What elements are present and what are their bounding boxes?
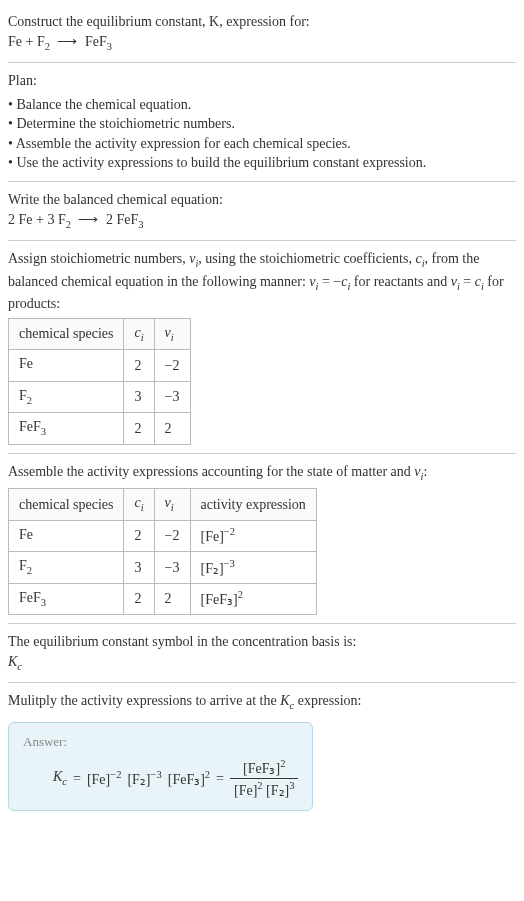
col-ci: ci	[124, 318, 154, 349]
symbol-section: The equilibrium constant symbol in the c…	[8, 624, 516, 683]
activity-table: chemical species ci νi activity expressi…	[8, 488, 317, 615]
plan-title: Plan:	[8, 71, 516, 91]
table-row: FeF3 2 2	[9, 413, 191, 444]
fraction: [FeF₃]2 [Fe]2 [F₂]3	[230, 757, 298, 801]
plan-item: Balance the chemical equation.	[8, 95, 516, 115]
stoich-text: Assign stoichiometric numbers, νi, using…	[8, 249, 516, 314]
col-ci: ci	[124, 489, 154, 520]
prompt-section: Construct the equilibrium constant, K, e…	[8, 4, 516, 63]
reaction-unbalanced: Fe + F2 ⟶ FeF3	[8, 32, 516, 54]
answer-label: Answer:	[23, 733, 298, 751]
multiply-section: Mulitply the activity expressions to arr…	[8, 683, 516, 715]
symbol-kc: Kc	[8, 652, 516, 674]
col-nui: νi	[154, 489, 190, 520]
activity-section: Assemble the activity expressions accoun…	[8, 454, 516, 624]
balanced-section: Write the balanced chemical equation: 2 …	[8, 182, 516, 241]
plan-item: Use the activity expressions to build th…	[8, 153, 516, 173]
plan-list: Balance the chemical equation. Determine…	[8, 95, 516, 173]
activity-text: Assemble the activity expressions accoun…	[8, 462, 516, 484]
prompt-text: Construct the equilibrium constant, K, e…	[8, 12, 516, 32]
plan-section: Plan: Balance the chemical equation. Det…	[8, 63, 516, 182]
plan-item: Assemble the activity expression for eac…	[8, 134, 516, 154]
table-row: Fe 2 −2 [Fe]−2	[9, 520, 317, 551]
answer-equation: Kc = [Fe]−2 [F₂]−3 [FeF₃]2 = [FeF₃]2 [Fe…	[23, 757, 298, 801]
answer-section: Answer: Kc = [Fe]−2 [F₂]−3 [FeF₃]2 = [Fe…	[8, 716, 516, 812]
balanced-equation: 2 Fe + 3 F2 ⟶ 2 FeF3	[8, 210, 516, 232]
balanced-title: Write the balanced chemical equation:	[8, 190, 516, 210]
table-row: F2 3 −3 [F₂]−3	[9, 552, 317, 583]
col-species: chemical species	[9, 489, 124, 520]
answer-box: Answer: Kc = [Fe]−2 [F₂]−3 [FeF₃]2 = [Fe…	[8, 722, 313, 812]
table-row: FeF3 2 2 [FeF₃]2	[9, 583, 317, 614]
col-nui: νi	[154, 318, 190, 349]
plan-item: Determine the stoichiometric numbers.	[8, 114, 516, 134]
col-species: chemical species	[9, 318, 124, 349]
table-header-row: chemical species ci νi	[9, 318, 191, 349]
table-header-row: chemical species ci νi activity expressi…	[9, 489, 317, 520]
stoich-table: chemical species ci νi Fe 2 −2 F2 3 −3 F…	[8, 318, 191, 445]
table-row: F2 3 −3	[9, 381, 191, 412]
symbol-text: The equilibrium constant symbol in the c…	[8, 632, 516, 652]
table-row: Fe 2 −2	[9, 350, 191, 381]
prompt-line: Construct the equilibrium constant, K, e…	[8, 14, 310, 29]
stoich-section: Assign stoichiometric numbers, νi, using…	[8, 241, 516, 454]
col-activity-expression: activity expression	[190, 489, 316, 520]
